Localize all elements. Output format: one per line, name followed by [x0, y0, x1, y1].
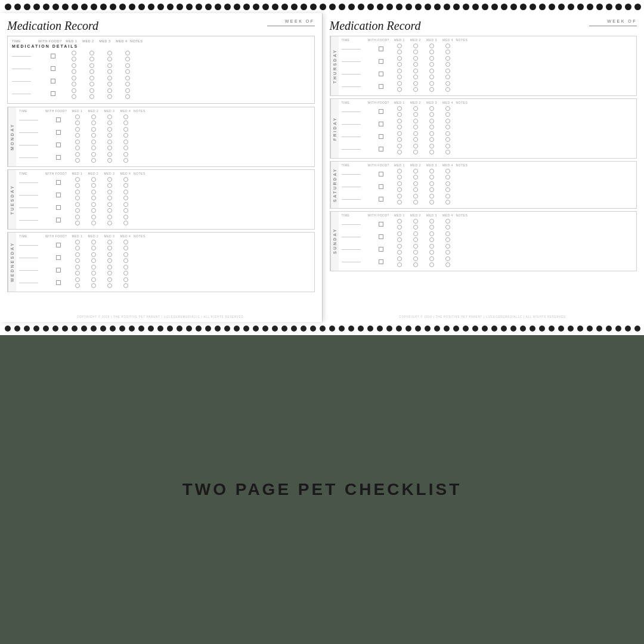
dot	[491, 4, 498, 10]
dot	[253, 326, 259, 332]
circle	[72, 51, 76, 55]
dot	[81, 326, 87, 332]
dot	[596, 326, 602, 332]
dot	[339, 326, 345, 332]
dot	[224, 326, 230, 332]
dot	[148, 326, 154, 332]
dot	[386, 326, 392, 332]
dot	[72, 326, 78, 332]
dot	[625, 4, 631, 10]
dot	[444, 4, 450, 10]
dot	[33, 4, 40, 10]
dot	[43, 4, 49, 10]
dot	[329, 4, 336, 10]
dot	[129, 4, 135, 10]
dot	[539, 4, 546, 10]
circle	[125, 51, 130, 55]
dot	[310, 326, 316, 332]
dot	[91, 326, 97, 332]
dot	[138, 4, 145, 10]
page2-title: Medication Record	[330, 19, 421, 33]
circle	[89, 94, 94, 99]
dot	[577, 4, 584, 10]
dot	[501, 4, 507, 10]
circle	[72, 63, 76, 68]
day-block-monday: MONDAY TIME WITH FOOD? MED 1 MED 2 MED 3…	[7, 107, 315, 167]
dot	[215, 4, 221, 10]
circle	[125, 82, 130, 86]
dot	[100, 4, 107, 10]
day-block-friday: FRIDAY TIME WITH FOOD? MED 1 MED 2 MED 3…	[330, 98, 637, 159]
dot	[24, 326, 30, 332]
dot	[224, 4, 231, 10]
dot	[425, 4, 431, 10]
col-med3: MED 3	[97, 39, 113, 43]
circle	[89, 63, 94, 68]
dot	[358, 4, 364, 10]
day-label-sunday: SUNDAY	[330, 212, 339, 271]
dot	[472, 326, 478, 332]
dot	[177, 326, 182, 332]
day-block-tuesday: TUESDAY TIME WITH FOOD? MED 1 MED 2 MED …	[7, 169, 315, 230]
dot	[62, 4, 69, 10]
dot	[33, 326, 39, 332]
dot	[14, 326, 20, 332]
dot	[119, 4, 126, 10]
dot	[329, 326, 335, 332]
dot	[81, 4, 88, 10]
dot	[587, 4, 593, 10]
dot	[453, 4, 460, 10]
col-med4: MED 4	[113, 39, 130, 43]
dot	[157, 4, 164, 10]
caption-area: TWO PAGE PET CHECKLIST	[182, 335, 462, 644]
dot	[405, 4, 412, 10]
circle	[125, 69, 130, 74]
dot	[24, 4, 30, 10]
circle	[89, 57, 94, 61]
dot	[453, 326, 459, 332]
day-label-friday: FRIDAY	[330, 99, 339, 158]
page2-week-of: WEEK OF	[589, 19, 637, 26]
dot	[129, 326, 135, 332]
checkbox	[51, 79, 55, 83]
circle	[72, 69, 76, 74]
dot	[415, 326, 421, 332]
dot	[520, 326, 526, 332]
dot	[615, 4, 622, 10]
dot	[100, 326, 106, 332]
day-block-sunday: SUNDAY TIME WITH FOOD? MED 1 MED 2 MED 3…	[330, 211, 637, 271]
circle	[72, 82, 76, 86]
dot	[434, 326, 440, 332]
dot	[625, 326, 631, 332]
dot	[348, 326, 354, 332]
page2-week-underline	[589, 26, 637, 26]
dot	[291, 326, 297, 332]
circle	[89, 51, 94, 55]
day-block-saturday: SATURDAY TIME WITH FOOD? MED 1 MED 2 MED…	[330, 161, 637, 209]
day-label-thursday: THURSDAY	[330, 36, 339, 95]
page-1: Medication Record WEEK OF TIME WITH FOOD…	[0, 13, 322, 322]
page1-week-label: WEEK OF	[267, 19, 315, 23]
dot	[596, 4, 603, 10]
dot	[558, 4, 565, 10]
circle	[125, 63, 130, 68]
checkbox	[51, 54, 55, 58]
dot	[243, 4, 250, 10]
circle	[72, 57, 76, 61]
page1-week-underline	[267, 26, 315, 26]
dot	[568, 4, 574, 10]
col-time: TIME	[12, 39, 38, 43]
dot	[157, 326, 163, 332]
dot	[425, 326, 431, 332]
dot	[377, 326, 383, 332]
circle	[107, 94, 112, 99]
med-details-box: TIME WITH FOOD? MED 1 MED 2 MED 3 MED 4 …	[7, 36, 315, 104]
dot	[253, 4, 259, 10]
circle	[125, 94, 130, 99]
dot	[577, 326, 583, 332]
dot	[367, 4, 374, 10]
dot	[396, 326, 402, 332]
dot	[320, 326, 326, 332]
top-dotted-strip	[0, 0, 644, 13]
dot	[367, 326, 373, 332]
